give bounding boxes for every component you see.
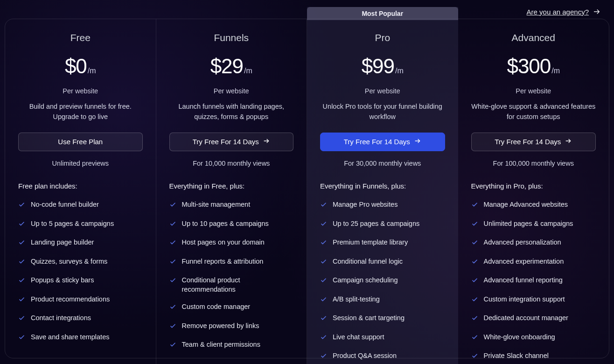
price-period: /m: [244, 67, 252, 75]
plan-advanced: Advanced$300/mPer websiteWhite-glove sup…: [458, 19, 609, 364]
feature-item: Manage Advanced websites: [471, 200, 596, 211]
feature-item: Quizzes, surveys & forms: [18, 257, 143, 268]
price-period: /m: [551, 67, 560, 75]
check-icon: [18, 200, 25, 211]
feature-text: Session & cart targeting: [333, 314, 405, 323]
feature-item: Funnel reports & attribution: [169, 257, 294, 268]
includes-heading: Everything in Free, plus:: [169, 182, 294, 190]
price-period: /m: [395, 67, 404, 75]
check-icon: [320, 314, 327, 324]
includes-heading: Everything in Pro, plus:: [471, 182, 596, 190]
check-icon: [471, 314, 478, 324]
feature-text: Remove powered by links: [182, 322, 259, 331]
plan-name: Pro: [320, 32, 445, 43]
feature-item: Premium template library: [320, 238, 445, 249]
feature-text: Funnel reports & attribution: [182, 257, 264, 266]
plan-description: Unlock Pro tools for your funnel buildin…: [320, 101, 445, 122]
arrow-right-icon: [565, 137, 572, 146]
feature-list: No-code funnel builderUp to 5 pages & ca…: [18, 200, 143, 343]
plan-funnels: Funnels$29/mPer websiteLaunch funnels wi…: [156, 19, 307, 364]
feature-text: Advanced personalization: [484, 238, 561, 247]
feature-item: Advanced personalization: [471, 238, 596, 249]
feature-item: Campaign scheduling: [320, 276, 445, 287]
plan-cta-button[interactable]: Try Free For 14 Days: [320, 133, 445, 151]
check-icon: [169, 340, 176, 351]
check-icon: [471, 238, 478, 249]
plan-cta-button[interactable]: Use Free Plan: [18, 133, 143, 151]
plan-pro: Most PopularPro$99/mPer websiteUnlock Pr…: [307, 7, 458, 364]
feature-text: Dedicated account manager: [484, 314, 568, 323]
feature-item: Multi-site management: [169, 200, 294, 211]
check-icon: [320, 238, 327, 249]
feature-list: Manage Pro websitesUp to 25 pages & camp…: [320, 200, 445, 362]
feature-text: Save and share templates: [31, 333, 109, 342]
cta-label: Try Free For 14 Days: [344, 138, 410, 146]
feature-item: Custom integration support: [471, 295, 596, 306]
feature-text: Conditional product recommendations: [182, 276, 294, 294]
feature-text: Campaign scheduling: [333, 276, 398, 285]
feature-item: Session & cart targeting: [320, 314, 445, 324]
check-icon: [471, 351, 478, 362]
check-icon: [18, 219, 25, 230]
check-icon: [471, 276, 478, 287]
feature-text: Advanced experimentation: [484, 257, 564, 266]
plan-name: Free: [18, 32, 143, 43]
feature-text: Team & client permissions: [182, 340, 260, 350]
feature-item: Save and share templates: [18, 333, 143, 343]
plan-price: $300/m: [471, 55, 596, 78]
check-icon: [169, 257, 176, 268]
feature-text: Multi-site management: [182, 200, 251, 210]
per-website-label: Per website: [320, 87, 445, 95]
feature-text: Advanced funnel reporting: [484, 276, 563, 285]
feature-text: Custom code manager: [182, 302, 251, 312]
popular-badge: Most Popular: [307, 7, 458, 20]
price-amount: $300: [507, 55, 551, 77]
feature-text: Manage Pro websites: [333, 200, 398, 210]
check-icon: [471, 295, 478, 306]
agency-link[interactable]: Are you an agency?: [527, 7, 601, 16]
feature-item: Conditional product recommendations: [169, 276, 294, 294]
feature-item: Private Slack channel: [471, 351, 596, 362]
check-icon: [18, 314, 25, 324]
feature-item: Popups & sticky bars: [18, 276, 143, 287]
feature-text: Up to 25 pages & campaigns: [333, 219, 419, 229]
plan-price: $99/m: [320, 55, 445, 78]
check-icon: [320, 257, 327, 268]
feature-text: Conditional funnel logic: [333, 257, 403, 266]
per-website-label: Per website: [18, 87, 143, 95]
feature-item: Remove powered by links: [169, 322, 294, 332]
arrow-right-icon: [263, 137, 270, 146]
feature-item: Product recommendations: [18, 295, 143, 306]
check-icon: [169, 200, 176, 211]
feature-item: Team & client permissions: [169, 340, 294, 351]
plan-post-label: For 10,000 monthly views: [169, 160, 294, 167]
plan-cta-button[interactable]: Try Free For 14 Days: [471, 133, 596, 151]
check-icon: [169, 302, 176, 313]
pricing-grid: Free$0/mPer websiteBuild and preview fun…: [5, 19, 609, 358]
plan-description: White-glove support & advanced features …: [471, 101, 596, 122]
price-amount: $29: [210, 55, 243, 77]
feature-item: Up to 10 pages & campaigns: [169, 219, 294, 230]
feature-item: Advanced experimentation: [471, 257, 596, 268]
feature-text: White-glove onboarding: [484, 333, 555, 342]
feature-item: Manage Pro websites: [320, 200, 445, 211]
check-icon: [320, 200, 327, 211]
check-icon: [18, 257, 25, 268]
per-website-label: Per website: [169, 87, 294, 95]
check-icon: [471, 257, 478, 268]
arrow-right-icon: [414, 137, 421, 146]
check-icon: [18, 276, 25, 287]
feature-item: Landing page builder: [18, 238, 143, 249]
plan-free: Free$0/mPer websiteBuild and preview fun…: [5, 19, 156, 364]
plan-post-label: For 30,000 monthly views: [320, 160, 445, 167]
feature-text: Live chat support: [333, 333, 384, 342]
includes-heading: Everything in Funnels, plus:: [320, 182, 445, 190]
plan-price: $0/m: [18, 55, 143, 78]
plan-cta-button[interactable]: Try Free For 14 Days: [169, 133, 294, 151]
feature-item: Contact integrations: [18, 314, 143, 324]
feature-item: Up to 5 pages & campaigns: [18, 219, 143, 230]
plan-post-label: For 100,000 monthly views: [471, 160, 596, 167]
check-icon: [18, 295, 25, 306]
check-icon: [471, 200, 478, 211]
feature-text: Contact integrations: [31, 314, 91, 323]
